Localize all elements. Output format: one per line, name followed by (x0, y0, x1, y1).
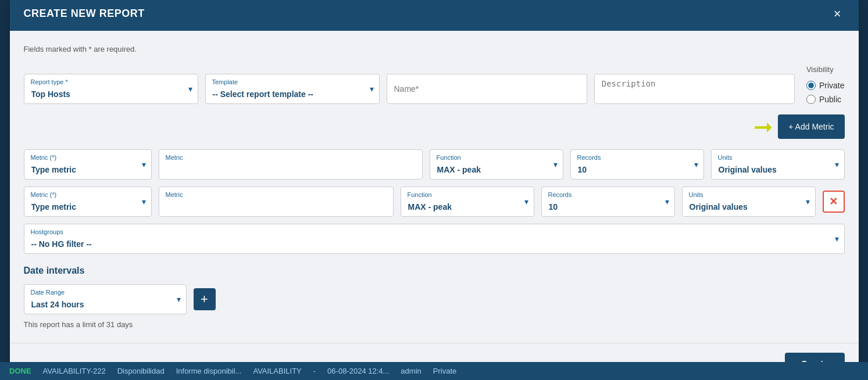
metric-2-input[interactable] (159, 187, 394, 217)
metric-type-2-wrapper: Metric (*) Type metric ▾ (24, 187, 152, 217)
date-range-wrapper: Date Range Last 24 hours Last 7 days Las… (24, 284, 187, 314)
metric-1-wrapper: Metric (159, 149, 423, 180)
modal-header: CREATE NEW REPORT × (10, 0, 859, 31)
modal-title: CREATE NEW REPORT (24, 8, 145, 20)
date-intervals-title: Date intervals (24, 266, 845, 276)
metric-2-wrapper: Metric (159, 187, 394, 217)
metric-1-input[interactable] (159, 149, 423, 180)
name-input[interactable] (387, 74, 587, 104)
bottom-disponibilidad: Disponibilidad (117, 367, 165, 375)
visibility-private-option[interactable]: Private (806, 81, 845, 90)
metric-row-1: Metric (*) Type metric ▾ Metric (24, 149, 845, 180)
add-date-button[interactable]: + (194, 288, 216, 310)
name-group (387, 74, 587, 104)
arrow-indicator-icon: ➞ (753, 113, 773, 140)
close-button[interactable]: × (830, 6, 845, 21)
date-range-select[interactable]: Last 24 hours Last 7 days Last 30 days C… (24, 284, 187, 314)
hostgroups-wrapper: Hostgroups -- No HG filter -- ▾ (24, 224, 845, 254)
visibility-public-radio[interactable] (806, 95, 816, 104)
date-row: Date Range Last 24 hours Last 7 days Las… (24, 284, 845, 314)
metric-type-2-group: Metric (*) Type metric ▾ (24, 187, 152, 217)
date-range-group: Date Range Last 24 hours Last 7 days Las… (24, 284, 187, 314)
records-1-select[interactable]: 10 (570, 149, 704, 180)
function-2-select[interactable]: MAX - peak (401, 187, 534, 217)
visibility-public-option[interactable]: Public (806, 95, 845, 104)
bottom-dash: - (313, 367, 316, 375)
metric-type-1-wrapper: Metric (*) Type metric ▾ (24, 149, 152, 180)
report-type-group: Report type * Top Hosts ▾ (24, 74, 198, 104)
bottom-availability: AVAILABILITY (253, 367, 301, 375)
bottom-admin: admin (401, 367, 421, 375)
template-select[interactable]: -- Select report template -- (205, 74, 380, 104)
visibility-private-radio[interactable] (806, 81, 816, 90)
form-row-1: Report type * Top Hosts ▾ Template -- Se… (24, 65, 845, 104)
delete-metric-2-button[interactable]: ✕ (823, 191, 845, 213)
function-1-select[interactable]: MAX - peak (430, 149, 563, 180)
create-report-modal: CREATE NEW REPORT × Fields marked with *… (10, 0, 859, 380)
hostgroups-group: Hostgroups -- No HG filter -- ▾ (24, 224, 845, 254)
metric-type-2-select[interactable]: Type metric (24, 187, 152, 217)
units-1-group: Units Original values ▾ (711, 149, 845, 180)
metric-type-1-group: Metric (*) Type metric ▾ (24, 149, 152, 180)
delete-icon: ✕ (829, 195, 838, 208)
records-2-select[interactable]: 10 (541, 187, 675, 217)
template-group: Template -- Select report template -- ▾ (205, 74, 380, 104)
hostgroups-row: Hostgroups -- No HG filter -- ▾ (24, 224, 845, 254)
description-input[interactable] (594, 74, 795, 104)
bottom-done: DONE (9, 367, 31, 375)
metric-2-group: Metric (159, 187, 394, 217)
metric-type-1-select[interactable]: Type metric (24, 149, 152, 180)
date-intervals-section: Date intervals Date Range Last 24 hours … (24, 266, 845, 329)
visibility-public-label: Public (819, 95, 841, 104)
function-1-wrapper: Function MAX - peak ▾ (430, 149, 563, 180)
add-metric-button[interactable]: + Add Metric (778, 114, 844, 139)
bottom-informe: Informe disponibil... (176, 367, 242, 375)
metric-1-group: Metric (159, 149, 423, 180)
units-1-select[interactable]: Original values (711, 149, 845, 180)
limit-note: This report has a limit of 31 days (24, 320, 845, 329)
template-select-wrapper: Template -- Select report template -- ▾ (205, 74, 380, 104)
function-2-wrapper: Function MAX - peak ▾ (401, 187, 534, 217)
units-2-select[interactable]: Original values (682, 187, 816, 217)
modal-body: Fields marked with * are required. Repor… (10, 31, 859, 343)
units-1-wrapper: Units Original values ▾ (711, 149, 845, 180)
add-date-icon: + (201, 292, 208, 307)
add-metric-row: ➞ + Add Metric (24, 113, 845, 140)
records-2-group: Records 10 ▾ (541, 187, 675, 217)
visibility-label: Visibility (806, 65, 845, 74)
report-type-select-wrapper: Report type * Top Hosts ▾ (24, 74, 198, 104)
records-2-wrapper: Records 10 ▾ (541, 187, 675, 217)
metric-row-2: Metric (*) Type metric ▾ Metric (24, 187, 845, 217)
required-note: Fields marked with * are required. (24, 45, 845, 53)
records-1-group: Records 10 ▾ (570, 149, 704, 180)
visibility-private-label: Private (819, 81, 845, 90)
units-2-group: Units Original values ▾ (682, 187, 816, 217)
bottom-private: Private (433, 367, 456, 375)
records-1-wrapper: Records 10 ▾ (570, 149, 704, 180)
bottom-availability-id[interactable]: AVAILABILITY-222 (43, 367, 106, 375)
function-1-group: Function MAX - peak ▾ (430, 149, 563, 180)
report-type-select[interactable]: Top Hosts (24, 74, 198, 104)
hostgroups-select[interactable]: -- No HG filter -- (24, 224, 845, 254)
bottom-bar: DONE AVAILABILITY-222 Disponibilidad Inf… (0, 362, 868, 380)
modal-overlay: CREATE NEW REPORT × Fields marked with *… (0, 0, 868, 380)
function-2-group: Function MAX - peak ▾ (401, 187, 534, 217)
description-group (594, 74, 795, 104)
units-2-wrapper: Units Original values ▾ (682, 187, 816, 217)
visibility-group: Visibility Private Public (806, 65, 845, 104)
bottom-date: 06-08-2024 12:4... (327, 367, 389, 375)
